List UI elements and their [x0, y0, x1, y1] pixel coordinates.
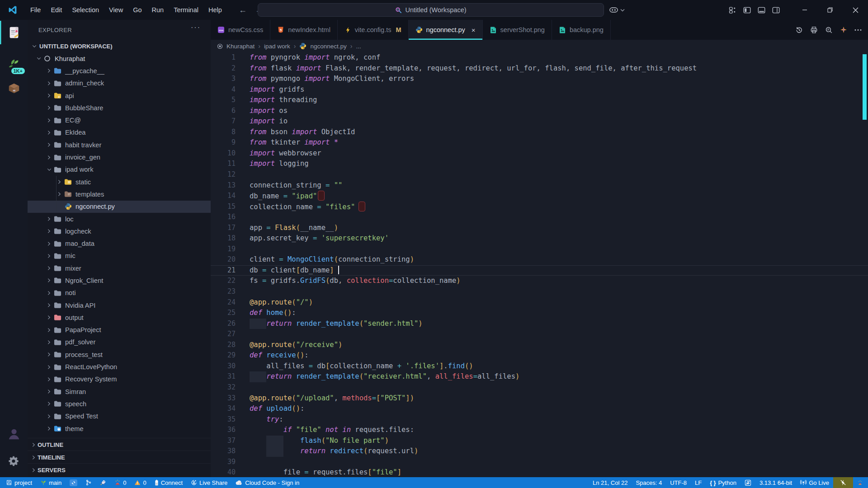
code-editor[interactable]: 1from pyngrok import ngrok, conf2from fl… [211, 52, 868, 477]
tree-item-bubbleshare[interactable]: BubbleShare [28, 102, 211, 114]
code-line-11[interactable]: 11import logging [211, 159, 868, 169]
restore-button[interactable] [817, 0, 843, 20]
tree-item-nvidia-api[interactable]: Nvidia API [28, 299, 211, 311]
tab-ngconnect-py[interactable]: ngconnect.py× [409, 20, 483, 40]
menu-run[interactable]: Run [147, 6, 169, 14]
section-outline[interactable]: OUTLINE [28, 438, 215, 451]
runner-icon[interactable] [840, 26, 847, 33]
status-main[interactable]: main [36, 477, 66, 488]
tree-item-output[interactable]: output [28, 311, 211, 324]
tree-item-recovery-system[interactable]: Recovery System [28, 373, 211, 385]
tab-vite-config-ts[interactable]: vite.config.tsM [338, 20, 409, 40]
tab-backup-png[interactable]: backup.png [552, 20, 611, 40]
menu-view[interactable]: View [104, 6, 128, 14]
code-line-9[interactable]: 9from tkinter import * [211, 137, 868, 148]
tab-newindex-html[interactable]: 5newIndex.html [270, 20, 338, 40]
breadcrumb-item[interactable]: ipad work [264, 43, 290, 50]
back-button[interactable]: ← [239, 0, 247, 20]
copilot-button[interactable] [609, 0, 625, 20]
activity-account[interactable] [0, 422, 28, 446]
code-line-28[interactable]: 28@app.route("/receive") [211, 340, 868, 351]
activity-settings[interactable] [0, 449, 28, 473]
tree-item-pdf-solver[interactable]: pdf_solver [28, 336, 211, 348]
status-rocket-icon[interactable] [96, 477, 110, 488]
tree-item-theme[interactable]: theme [28, 422, 211, 435]
tree-item-ekidea[interactable]: EkIdea [28, 127, 211, 139]
tree-item-static[interactable]: static [28, 176, 211, 188]
menu-file[interactable]: File [25, 6, 46, 14]
status-go-live[interactable]: Go Live [796, 477, 833, 488]
tree-item-ngrok-client[interactable]: Ngrok_Client [28, 274, 211, 286]
menu-help[interactable]: Help [203, 6, 227, 14]
tree-item-mao-data[interactable]: mao_data [28, 237, 211, 249]
code-line-38[interactable]: 38 return redirect(request.url) [211, 446, 868, 457]
tree-item-admin-check[interactable]: admin_check [28, 77, 211, 89]
tree-item-templates[interactable]: templates [28, 188, 211, 200]
toggle-secondary-sidebar-icon[interactable] [772, 6, 780, 14]
code-line-10[interactable]: 10import webbrowser [211, 148, 868, 159]
code-line-21[interactable]: 21db = client[db_name] [211, 265, 868, 276]
code-line-31[interactable]: 31 return render_template("receiver.html… [211, 371, 868, 382]
code-line-35[interactable]: 35 try: [211, 414, 868, 425]
minimize-button[interactable] [792, 0, 817, 20]
tree-item-speech[interactable]: speech [28, 398, 211, 410]
code-line-30[interactable]: 30 all_files = db[collection_name + '.fi… [211, 361, 868, 372]
code-line-39[interactable]: 39 [211, 457, 868, 468]
tree-item-invoice-gen[interactable]: invoice_gen [28, 151, 211, 163]
customize-layout-icon[interactable] [729, 6, 736, 14]
status-connect[interactable]: Connect [151, 477, 187, 488]
code-line-6[interactable]: 6import os [211, 106, 868, 117]
scrollbar-thumb[interactable] [863, 54, 867, 120]
status-sync-badge-icon[interactable] [66, 477, 81, 488]
code-line-24[interactable]: 24@app.route("/") [211, 297, 868, 308]
tree-item-khuraphat[interactable]: Khuraphat [28, 52, 211, 65]
status-alarm-icon[interactable] [853, 477, 867, 488]
tree-item-loc[interactable]: loc [28, 213, 211, 225]
status-utf-8[interactable]: UTF-8 [666, 477, 691, 488]
breadcrumb-item[interactable]: Khuraphat [226, 43, 255, 50]
status-project[interactable]: project [2, 477, 36, 488]
ellipsis-icon[interactable] [854, 29, 862, 31]
code-line-37[interactable]: 37 flash("No file part") [211, 436, 868, 446]
toggle-sidebar-icon[interactable] [743, 6, 751, 14]
code-line-40[interactable]: 40 file = request.files["file"] [211, 467, 868, 477]
tree-item-ngconnect-py[interactable]: ngconnect.py [28, 201, 211, 213]
status-merge-icon[interactable] [81, 477, 96, 488]
menu-go[interactable]: Go [128, 6, 146, 14]
breadcrumb[interactable]: Khuraphat›ipad work›ngconnect.py›... [211, 40, 868, 52]
tree-item-reactlovepython[interactable]: ReactLovePython [28, 361, 211, 373]
menu-edit[interactable]: Edit [46, 6, 67, 14]
status-0[interactable]: 0 [110, 477, 130, 488]
code-line-15[interactable]: 15collection_name = "files" [211, 202, 868, 212]
status-python[interactable]: { }Python [706, 477, 741, 488]
tree-item-api[interactable]: #api [28, 89, 211, 102]
print-icon[interactable] [810, 26, 818, 34]
code-line-32[interactable]: 32 [211, 382, 868, 393]
status-cloud-code-sign-in[interactable]: Cloud Code - Sign in [231, 477, 303, 488]
tree-item-papaproject[interactable]: PapaProject [28, 324, 211, 336]
code-line-22[interactable]: 22fs = gridfs.GridFS(db, collection=coll… [211, 276, 868, 286]
code-line-23[interactable]: 23 [211, 286, 868, 297]
tree-item-simran[interactable]: Simran [28, 385, 211, 398]
code-line-36[interactable]: 36 if "file" not in request.files: [211, 425, 868, 436]
tree-item-noti[interactable]: noti [28, 287, 211, 299]
status-spaces-4[interactable]: Spaces: 4 [632, 477, 666, 488]
code-line-7[interactable]: 7import io [211, 116, 868, 127]
code-line-16[interactable]: 16 [211, 212, 868, 223]
code-line-19[interactable]: 19 [211, 244, 868, 255]
code-line-13[interactable]: 13connection_string = "" [211, 180, 868, 191]
command-center-search[interactable]: Untitled (Workspace) [258, 3, 604, 17]
status-0[interactable]: 0 [130, 477, 150, 488]
tree-item-logcheck[interactable]: logcheck [28, 225, 211, 237]
sidebar-actions-ellipsis-icon[interactable]: ··· [191, 23, 201, 32]
status-ln-21-col-22[interactable]: Ln 21, Col 22 [589, 477, 632, 488]
breadcrumb-item[interactable]: ngconnect.py [310, 43, 346, 50]
activity-explorer[interactable] [0, 21, 28, 44]
close-button[interactable] [843, 0, 868, 20]
breadcrumb-item[interactable]: ... [356, 43, 361, 50]
tree-item-ec-[interactable]: EC@ [28, 114, 211, 126]
code-line-14[interactable]: 14db_name = "ipad" [211, 191, 868, 202]
search-doc-icon[interactable] [825, 26, 833, 34]
code-line-17[interactable]: 17app = Flask(__name__) [211, 223, 868, 234]
code-line-34[interactable]: 34def upload(): [211, 404, 868, 414]
